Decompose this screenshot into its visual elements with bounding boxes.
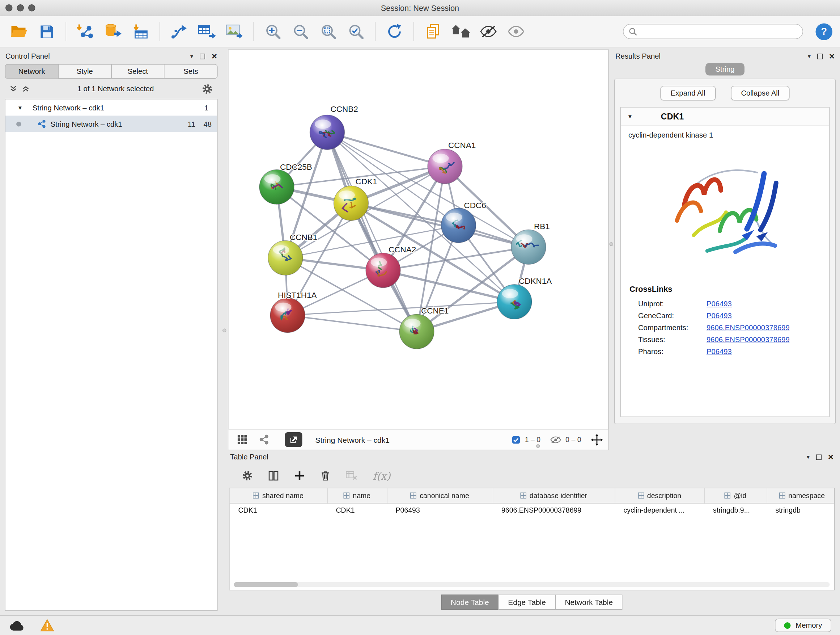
open-in-new-window-button[interactable]: [285, 432, 302, 447]
column-header[interactable]: @id: [704, 488, 767, 503]
tab-style[interactable]: Style: [58, 64, 111, 79]
pharos-link[interactable]: P06493: [706, 347, 732, 356]
tab-sets[interactable]: Sets: [164, 64, 218, 79]
edge-CCNE1-HIST1H1A[interactable]: [287, 315, 417, 332]
delete-column-trash-icon[interactable]: [320, 470, 331, 481]
tab-select[interactable]: Select: [111, 64, 164, 79]
tissues-link[interactable]: 9606.ENSP00000378699: [706, 335, 790, 344]
collection-expand-caret[interactable]: ▼: [17, 105, 23, 111]
cell-shared-name[interactable]: CDK1: [230, 503, 327, 517]
uniprot-link[interactable]: P06493: [706, 299, 732, 308]
column-header[interactable]: name: [327, 488, 387, 503]
import-network-from-database-button[interactable]: [102, 19, 125, 43]
float-panel-icon[interactable]: ▾: [190, 53, 193, 59]
column-header[interactable]: canonical name: [387, 488, 493, 503]
hidden-eye-icon[interactable]: [550, 436, 561, 443]
function-builder-button[interactable]: f(x): [373, 470, 391, 482]
cell-id[interactable]: stringdb:9...: [704, 503, 767, 517]
tab-network[interactable]: Network: [5, 64, 58, 79]
expand-all-icon[interactable]: [22, 86, 30, 93]
show-columns-icon[interactable]: [268, 470, 279, 481]
zoom-out-button[interactable]: [289, 19, 312, 43]
show-graphics-details-button[interactable]: [505, 19, 527, 43]
column-header[interactable]: database identifier: [493, 488, 615, 503]
zoom-selected-button[interactable]: [345, 19, 368, 43]
memory-button[interactable]: Memory: [775, 619, 831, 632]
network-canvas[interactable]: CCNB2CCNA1CDC25BCDK1CDC6RB1CCNB1CCNA2CDK…: [229, 50, 608, 429]
expand-all-button[interactable]: Expand All: [660, 86, 715, 101]
table-options-gear-icon[interactable]: [242, 470, 253, 481]
string-view-button[interactable]: [256, 432, 272, 447]
zoom-fit-button[interactable]: [317, 19, 340, 43]
new-network-from-selection-button[interactable]: [168, 19, 191, 43]
network-row[interactable]: String Network – cdk1 11 48: [5, 116, 217, 132]
zoom-window-button[interactable]: [28, 4, 35, 11]
clone-network-button[interactable]: [195, 19, 218, 43]
close-panel-icon[interactable]: ×: [828, 453, 834, 462]
splitter-handle[interactable]: [536, 444, 540, 448]
node-CDC6[interactable]: CDC6: [441, 201, 486, 243]
import-table-from-file-button[interactable]: [129, 19, 152, 43]
close-panel-icon[interactable]: ×: [829, 52, 835, 61]
network-collection-row[interactable]: ▼ String Network – cdk1 1: [5, 100, 217, 116]
collapse-all-button[interactable]: Collapse All: [731, 86, 790, 101]
open-session-button[interactable]: [8, 19, 30, 43]
export-image-button[interactable]: [223, 19, 246, 43]
create-column-plus-icon[interactable]: [294, 470, 305, 481]
splitter-handle[interactable]: [609, 242, 614, 246]
node-label-CCNA2: CCNA2: [388, 245, 416, 254]
cell-canonical-name[interactable]: P06493: [387, 503, 493, 517]
selected-checkbox-icon[interactable]: [512, 435, 521, 444]
maximize-panel-icon[interactable]: [817, 54, 823, 59]
copy-document-button[interactable]: [422, 19, 445, 43]
column-header[interactable]: namespace: [767, 488, 835, 503]
tab-string-results[interactable]: String: [706, 63, 745, 76]
splitter-handle[interactable]: [223, 329, 226, 333]
search-input[interactable]: [641, 27, 797, 36]
edge-CCNB2-CCNA1[interactable]: [327, 132, 445, 166]
column-header[interactable]: description: [615, 488, 705, 503]
birdseye-view-button[interactable]: [234, 432, 250, 447]
import-network-from-file-button[interactable]: [74, 19, 96, 43]
node-RB1[interactable]: RB1: [511, 222, 550, 264]
close-window-button[interactable]: [5, 4, 13, 11]
node-CDKN1A[interactable]: CDKN1A: [497, 277, 552, 319]
node-HIST1H1A[interactable]: HIST1H1A: [270, 291, 317, 333]
edge-CCNB2-CCNE1[interactable]: [327, 132, 417, 331]
tab-network-table[interactable]: Network Table: [555, 595, 622, 610]
table-row[interactable]: CDK1 CDK1 P06493 9606.ENSP00000378699 cy…: [230, 503, 835, 517]
maximize-panel-icon[interactable]: [200, 54, 205, 59]
save-session-button[interactable]: [35, 19, 58, 43]
zoom-in-button[interactable]: [262, 19, 284, 43]
maximize-panel-icon[interactable]: [816, 454, 821, 460]
network-options-gear-icon[interactable]: [202, 83, 213, 94]
float-panel-icon[interactable]: ▾: [808, 53, 811, 59]
protein-expand-caret[interactable]: ▼: [627, 114, 633, 120]
cell-namespace[interactable]: stringdb: [767, 503, 835, 517]
apply-preferred-layout-button[interactable]: [383, 19, 406, 43]
collapse-all-icon[interactable]: [10, 86, 17, 93]
node-CCNB1[interactable]: CCNB1: [268, 233, 317, 275]
tab-edge-table[interactable]: Edge Table: [498, 595, 556, 610]
protein-card-header[interactable]: ▼ CDK1: [621, 108, 829, 126]
tab-node-table[interactable]: Node Table: [441, 595, 499, 610]
cell-database-identifier[interactable]: 9606.ENSP00000378699: [493, 503, 615, 517]
column-header[interactable]: shared name: [230, 488, 327, 503]
cybrowser-button[interactable]: [449, 19, 472, 43]
cell-name[interactable]: CDK1: [327, 503, 387, 517]
genecard-link[interactable]: P06493: [706, 311, 732, 320]
horizontal-scrollbar[interactable]: [234, 582, 830, 587]
warning-icon[interactable]: [40, 619, 54, 632]
scrollbar-thumb[interactable]: [234, 582, 298, 587]
cell-description[interactable]: cyclin-dependent ...: [615, 503, 705, 517]
help-button[interactable]: ?: [816, 23, 833, 40]
cloud-status-icon[interactable]: [9, 620, 25, 631]
node-CCNB2[interactable]: CCNB2: [310, 105, 358, 150]
float-panel-icon[interactable]: ▾: [807, 454, 810, 460]
pan-crosshair-icon[interactable]: [591, 434, 603, 446]
node-CCNA1[interactable]: CCNA1: [428, 141, 476, 184]
compartments-link[interactable]: 9606.ENSP00000378699: [706, 323, 790, 332]
close-panel-icon[interactable]: ×: [212, 52, 217, 61]
minimize-window-button[interactable]: [17, 4, 24, 11]
hide-graphics-details-button[interactable]: [477, 19, 500, 43]
